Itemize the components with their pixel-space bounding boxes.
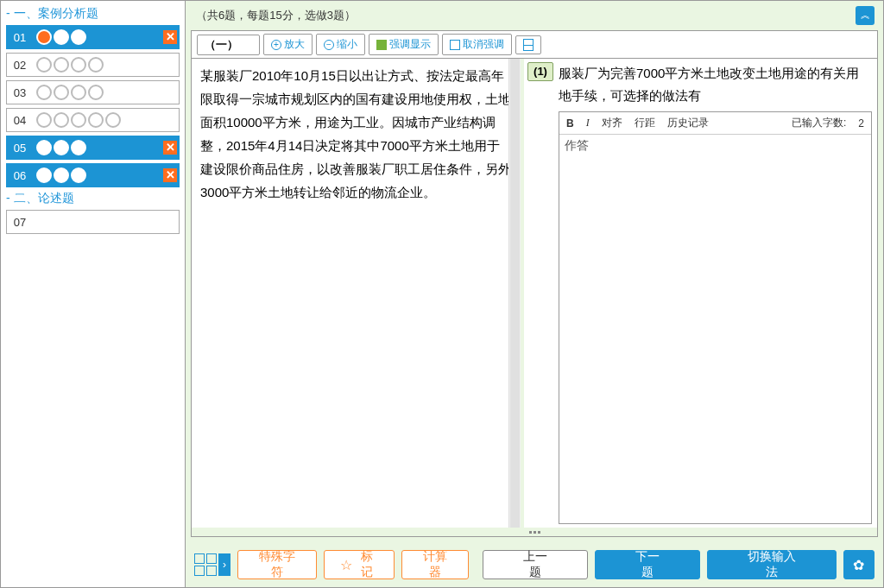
close-icon[interactable]: ✕ [163,141,177,155]
section-title: 二、论述题 [6,191,180,206]
question-number: 03 [7,86,33,99]
char-count-value: 2 [858,117,864,130]
dot-icon [54,112,69,128]
italic-button[interactable]: I [586,117,590,130]
question-toolbar: （一） +放大 −缩小 强调显示 取消强调 [192,31,877,59]
dot-icon [54,140,69,155]
dot-icon [36,57,52,73]
gear-icon: ✿ [853,557,864,573]
next-button[interactable]: 下一题 [595,550,700,579]
question-nav-item[interactable]: 03 [6,80,180,104]
question-number-label: （一） [197,35,260,55]
star-icon: ☆ [340,557,352,573]
question-nav-item[interactable]: 06✕ [6,163,180,187]
dot-icon [54,57,69,73]
question-number: 07 [7,216,33,229]
highlight-icon [376,40,387,50]
zoom-out-button[interactable]: −缩小 [316,34,365,55]
question-nav-item[interactable]: 02 [6,53,180,77]
sub-question-text: 服装厂为完善7000平方米土地改变土地用途的有关用地手续，可选择的做法有 [559,62,872,106]
align-button[interactable]: 对齐 [602,116,622,130]
char-count-label: 已输入字数: [792,116,846,130]
passage-text: 某服装厂2010年10月15日以出让方式、按法定最高年限取得一宗城市规划区内的国… [200,68,511,199]
progress-dots [36,168,86,183]
question-nav-item[interactable]: 01✕ [6,25,180,49]
unhighlight-button[interactable]: 取消强调 [442,34,512,55]
question-number: 06 [7,169,33,182]
dot-icon [71,85,86,100]
ime-button[interactable]: 切换输入法 [707,550,836,579]
question-number: 01 [7,31,33,44]
dot-icon [36,85,52,100]
progress-dots [36,29,86,45]
close-icon[interactable]: ✕ [163,30,177,44]
resize-bar[interactable] [192,528,877,536]
split-panes: 某服装厂2010年10月15日以出让方式、按法定最高年限取得一宗城市规划区内的国… [192,59,877,528]
scrollbar-thumb[interactable] [510,59,520,528]
dot-icon [36,140,52,155]
question-number: 05 [7,142,33,155]
header: （共6题，每题15分，选做3题） ︽ [186,1,883,30]
dot-icon [88,85,104,100]
grid-nav-button[interactable]: › [194,553,230,576]
dot-icon [71,57,86,73]
editor-toolbar: B I 对齐 行距 历史记录 已输入字数: 2 [559,112,871,135]
passage-pane[interactable]: 某服装厂2010年10月15日以出让方式、按法定最高年限取得一宗城市规划区内的国… [192,59,524,528]
footer: › 特殊字符 ☆标记 计算器 上一题 下一题 切换输入法 ✿ [186,542,883,587]
dot-icon [105,112,121,128]
question-nav-item[interactable]: 07 [6,210,180,234]
history-button[interactable]: 历史记录 [667,116,709,130]
resize-handle-icon [522,528,546,536]
mark-button[interactable]: ☆标记 [324,550,395,579]
grid-icon [194,553,217,576]
section-title: 一、案例分析题 [6,6,180,22]
dot-icon [88,112,104,128]
dot-icon [36,168,52,183]
question-number: 04 [7,114,33,127]
editor-textarea[interactable]: 作答 [559,135,871,523]
main-area: （共6题，每题15分，选做3题） ︽ （一） +放大 −缩小 强调显示 取消强调… [186,0,884,588]
calculator-button[interactable]: 计算器 [401,550,469,579]
dot-icon [54,85,69,100]
dot-icon [71,140,86,155]
close-icon[interactable]: ✕ [163,168,177,182]
dot-icon [54,29,69,45]
scrollbar[interactable] [508,59,521,528]
dot-icon [71,168,86,183]
question-number: 02 [7,59,33,72]
plus-icon: + [271,40,281,50]
dot-icon [36,112,52,128]
question-nav-item[interactable]: 04 [6,108,180,132]
content-panel: （一） +放大 −缩小 强调显示 取消强调 某服装厂2010年10月15日以出让… [191,30,878,537]
dot-icon [88,57,104,73]
minus-icon: − [324,40,334,50]
sidebar: 一、案例分析题01✕02030405✕06✕二、论述题07 [0,0,186,588]
answer-editor: B I 对齐 行距 历史记录 已输入字数: 2 作答 [559,111,872,524]
header-text: （共6题，每题15分，选做3题） [196,9,356,22]
highlight-button[interactable]: 强调显示 [369,34,439,55]
answer-pane: (1) 服装厂为完善7000平方米土地改变土地用途的有关用地手续，可选择的做法有… [524,59,877,528]
progress-dots [36,57,104,73]
bold-button[interactable]: B [566,117,574,130]
progress-dots [36,112,121,128]
special-chars-button[interactable]: 特殊字符 [237,550,317,579]
zoom-in-button[interactable]: +放大 [263,34,313,55]
sub-question-row: (1) 服装厂为完善7000平方米土地改变土地用途的有关用地手续，可选择的做法有 [527,62,872,106]
split-view-button[interactable] [515,35,541,54]
collapse-button[interactable]: ︽ [856,6,875,25]
dot-icon [54,168,69,183]
unhighlight-icon [450,40,460,50]
settings-button[interactable]: ✿ [843,550,875,579]
progress-dots [36,85,104,100]
chevron-right-icon: › [218,553,230,576]
dot-icon [36,29,52,45]
split-icon [523,39,534,51]
chevron-up-icon: ︽ [861,9,870,20]
dot-icon [71,112,86,128]
line-spacing-button[interactable]: 行距 [635,116,655,130]
progress-dots [36,140,86,155]
sub-question-badge[interactable]: (1) [527,62,553,81]
question-nav-item[interactable]: 05✕ [6,136,180,160]
prev-button[interactable]: 上一题 [483,550,588,579]
dot-icon [71,29,86,45]
